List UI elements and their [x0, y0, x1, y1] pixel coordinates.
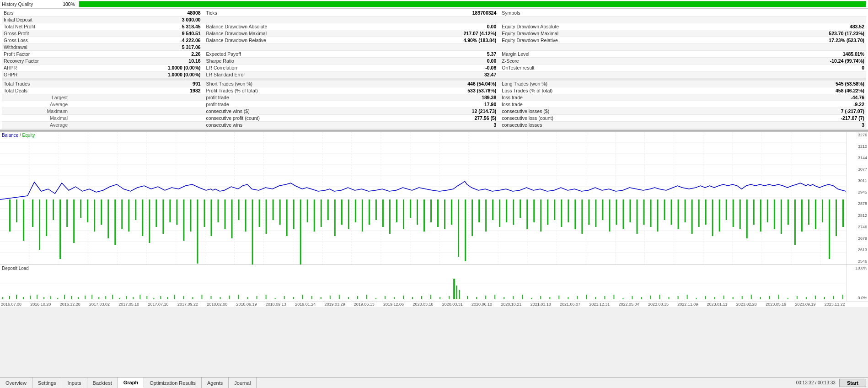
svg-rect-163: [842, 199, 844, 227]
svg-rect-68: [190, 199, 191, 232]
svg-rect-55: [101, 199, 102, 225]
svg-rect-244: [641, 297, 642, 299]
total-deals-label: Total Deals: [2, 87, 70, 94]
svg-rect-232: [531, 298, 532, 299]
svg-rect-213: [348, 297, 349, 299]
start-button[interactable]: Start: [839, 379, 866, 387]
svg-rect-236: [568, 297, 568, 299]
svg-rect-107: [458, 199, 459, 257]
on-tester-label: OnTester result: [498, 65, 724, 71]
svg-rect-158: [808, 199, 809, 225]
max-consec-wins-label: consecutive wins ($): [203, 108, 444, 115]
svg-rect-249: [687, 295, 688, 299]
expected-payoff-label: Expected Payoff: [203, 51, 444, 58]
history-quality-row: History Quality 100%: [0, 0, 868, 9]
tab-backtest[interactable]: Backtest: [87, 377, 118, 388]
svg-rect-230: [513, 296, 514, 299]
y-axis-2746: 2746: [847, 225, 867, 229]
svg-rect-218: [394, 297, 395, 299]
svg-rect-208: [302, 295, 303, 299]
margin-level-value: 1485.01%: [724, 51, 866, 58]
eq-draw-rel-label: Equity Drawdown Relative: [498, 37, 724, 44]
svg-rect-231: [522, 295, 523, 299]
tab-overview[interactable]: Overview: [0, 377, 32, 388]
svg-rect-45: [32, 199, 33, 227]
svg-rect-154: [781, 199, 782, 234]
net-profit-label: Total Net Profit: [2, 23, 70, 30]
svg-rect-202: [247, 297, 248, 299]
svg-rect-70: [204, 199, 205, 227]
svg-rect-245: [650, 296, 651, 299]
chart-section: Balance / Equity: [0, 132, 868, 307]
svg-rect-203: [257, 296, 257, 299]
max-consec-profit-label: consecutive profit (count): [203, 115, 444, 122]
profit-trades-pct-label: Profit Trades (% of total): [203, 87, 444, 94]
svg-rect-223: [439, 297, 440, 299]
svg-rect-195: [183, 296, 184, 299]
svg-rect-189: [160, 296, 161, 299]
tab-bar: Overview Settings Inputs Backtest Graph …: [0, 377, 868, 388]
svg-rect-117: [526, 199, 528, 229]
ghpr-label: GHPR: [2, 71, 70, 78]
svg-rect-53: [87, 199, 88, 222]
tab-graph[interactable]: Graph: [118, 377, 144, 388]
svg-rect-157: [801, 199, 803, 232]
svg-rect-114: [506, 199, 507, 222]
z-score-label: Z-Score: [498, 58, 724, 65]
date-2018-02: 2018.02.08: [207, 302, 227, 307]
date-2023-09: 2023.09.19: [795, 302, 815, 307]
avg-consec-losses-label: consecutive losses: [498, 122, 724, 129]
lr-corr-value: -0.08: [443, 65, 498, 71]
svg-rect-2: [0, 132, 846, 264]
svg-rect-263: [815, 296, 816, 299]
svg-rect-106: [451, 199, 452, 225]
svg-rect-222: [430, 295, 431, 299]
svg-rect-122: [561, 199, 562, 227]
svg-rect-258: [769, 296, 770, 299]
svg-rect-184: [126, 296, 127, 299]
svg-rect-141: [691, 199, 693, 234]
svg-rect-256: [751, 295, 752, 299]
svg-rect-167: [9, 296, 10, 299]
svg-rect-92: [355, 199, 356, 222]
gross-profit-value: 9 540.51: [70, 30, 203, 37]
svg-rect-56: [107, 199, 109, 238]
svg-rect-241: [613, 295, 614, 299]
svg-rect-233: [540, 296, 541, 299]
recovery-factor-label: Recovery Factor: [2, 58, 70, 65]
main-chart-wrapper: 3276 3210 3144 3077 3011 2945 2878 2812 …: [0, 132, 868, 264]
tab-agents[interactable]: Agents: [202, 377, 229, 388]
tab-journal[interactable]: Journal: [229, 377, 257, 388]
svg-rect-101: [417, 199, 418, 225]
svg-rect-118: [533, 199, 535, 222]
y-axis-labels: 3276 3210 3144 3077 3011 2945 2878 2812 …: [846, 132, 868, 264]
short-trades-value: 446 (54.04%): [443, 81, 498, 87]
svg-rect-227: [485, 296, 486, 299]
withdrawal-row: Withdrawal 5 317.06: [2, 44, 866, 51]
svg-rect-62: [149, 199, 150, 243]
lr-stderr-value: 32.47: [443, 71, 498, 78]
initial-deposit-value: 3 000.00: [70, 16, 203, 23]
tab-optimization-results[interactable]: Optimization Results: [144, 377, 202, 388]
svg-rect-199: [220, 297, 221, 299]
svg-rect-152: [767, 199, 768, 222]
svg-rect-125: [581, 199, 583, 234]
svg-rect-155: [788, 199, 789, 225]
max-consec-profit-value: 277.56 (5): [443, 115, 498, 122]
deposit-y-10: 10.0%: [847, 266, 867, 270]
svg-rect-96: [382, 199, 384, 227]
gross-profit-label: Gross Profit: [2, 30, 70, 37]
svg-rect-103: [430, 199, 432, 222]
eq-draw-rel-value: 17.23% (523.70): [724, 37, 866, 44]
svg-rect-100: [410, 199, 411, 218]
expected-payoff-value: 5.37: [443, 51, 498, 58]
ticks-label: Ticks: [203, 10, 444, 16]
svg-rect-105: [444, 199, 445, 229]
deposit-load-label: Deposit Load: [2, 266, 29, 271]
tab-settings[interactable]: Settings: [32, 377, 62, 388]
bars-value: 48008: [70, 10, 203, 16]
svg-rect-234: [549, 297, 550, 299]
svg-rect-80: [273, 199, 274, 220]
hq-label: History Quality: [2, 1, 57, 7]
tab-inputs[interactable]: Inputs: [62, 377, 87, 388]
